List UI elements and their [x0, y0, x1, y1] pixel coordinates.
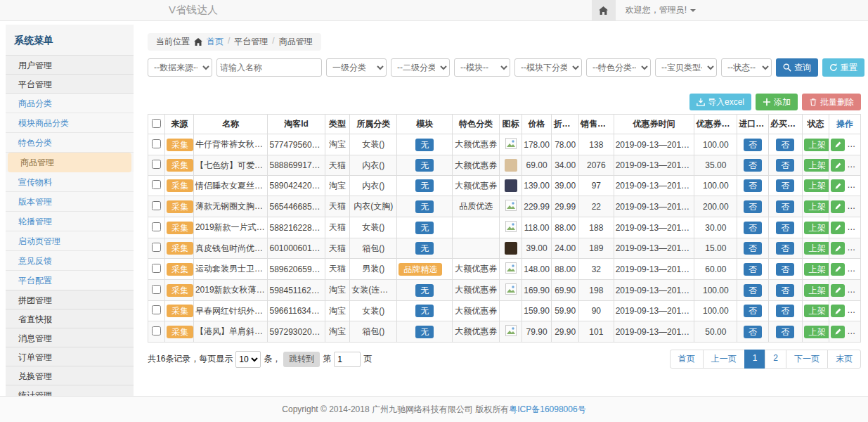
row-checkbox[interactable] [152, 180, 161, 189]
jump-page-input[interactable] [334, 352, 361, 367]
sidebar-item[interactable]: 启动页管理 [6, 231, 134, 251]
page-button[interactable]: 首页 [670, 350, 704, 369]
sidebar-item[interactable]: 商品管理 [8, 153, 131, 172]
must-buy-badge[interactable]: 否 [776, 179, 794, 192]
user-menu[interactable]: 欢迎您，管理员! [626, 4, 696, 16]
filter-select[interactable]: --模块-- [454, 58, 510, 77]
breadcrumb-item[interactable]: 商品管理 [279, 36, 313, 48]
sidebar-item[interactable]: 用户管理 [6, 55, 134, 75]
sidebar-item[interactable]: 模块商品分类 [6, 113, 134, 133]
sidebar-item[interactable]: 宣传物料 [6, 172, 134, 192]
must-buy-badge[interactable]: 否 [776, 159, 794, 172]
status-badge[interactable]: 上架 [804, 242, 829, 255]
must-buy-badge[interactable]: 否 [776, 326, 794, 338]
breadcrumb-home-link[interactable]: 首页 [207, 36, 224, 48]
imported-badge[interactable]: 否 [744, 326, 762, 338]
coupon-amount-cell: 100.00 [694, 301, 737, 321]
status-badge[interactable]: 上架 [804, 305, 829, 317]
must-buy-badge[interactable]: 否 [776, 222, 794, 234]
breadcrumb-item[interactable]: 平台管理 [234, 36, 268, 48]
products-table: 来源名称淘客Id类型所属分类模块特色分类图标价格折后价销售数量优惠券时间优惠券金… [148, 114, 861, 343]
must-buy-badge[interactable]: 否 [776, 242, 794, 255]
imported-badge[interactable]: 否 [744, 263, 762, 276]
sidebar-item[interactable]: 平台管理 [6, 74, 134, 94]
status-badge[interactable]: 上架 [804, 200, 829, 213]
jump-button[interactable]: 跳转到 [283, 352, 320, 367]
status-badge[interactable]: 上架 [804, 159, 829, 172]
edit-button[interactable] [831, 305, 845, 317]
sidebar-item[interactable]: 意见反馈 [6, 251, 134, 271]
filter-select[interactable]: --数据来源-- [148, 58, 212, 77]
row-checkbox[interactable] [152, 305, 161, 314]
row-checkbox[interactable] [152, 243, 161, 252]
sidebar-item[interactable]: 版本管理 [6, 192, 134, 212]
edit-button[interactable] [831, 179, 845, 192]
sidebar-item[interactable]: 消息管理 [6, 328, 134, 347]
edit-button[interactable] [831, 222, 845, 234]
sidebar-item[interactable]: 特色分类 [6, 133, 134, 153]
name-filter-input[interactable] [216, 58, 322, 77]
imported-badge[interactable]: 否 [744, 305, 762, 317]
home-button[interactable] [592, 0, 616, 21]
must-buy-badge[interactable]: 否 [776, 139, 794, 151]
status-badge[interactable]: 上架 [804, 263, 829, 276]
must-buy-badge[interactable]: 否 [776, 305, 794, 317]
row-checkbox[interactable] [152, 201, 161, 210]
reset-button[interactable]: 重置 [822, 58, 864, 77]
search-button[interactable]: 查询 [776, 58, 818, 77]
edit-button[interactable] [831, 284, 845, 297]
page-button[interactable]: 1 [744, 350, 766, 369]
sidebar-item[interactable]: 拼团管理 [6, 290, 134, 309]
filter-select[interactable]: --特色分类-- [586, 58, 651, 77]
must-buy-badge[interactable]: 否 [776, 263, 794, 276]
status-badge[interactable]: 上架 [804, 179, 829, 192]
imported-badge[interactable]: 否 [744, 159, 762, 172]
filter-select[interactable]: --宝贝类型-- [655, 58, 717, 77]
row-checkbox[interactable] [152, 139, 161, 148]
sidebar-item[interactable]: 省直快报 [6, 309, 134, 328]
imported-badge[interactable]: 否 [744, 284, 762, 297]
sidebar-item[interactable]: 平台配置 [6, 271, 134, 290]
add-button[interactable]: 添加 [756, 94, 798, 110]
edit-button[interactable] [831, 159, 845, 172]
must-buy-badge[interactable]: 否 [776, 200, 794, 213]
status-badge[interactable]: 上架 [804, 326, 829, 338]
row-checkbox[interactable] [152, 285, 161, 294]
row-checkbox[interactable] [152, 222, 161, 231]
page-button[interactable]: 上一页 [703, 350, 745, 369]
page-button[interactable]: 下一页 [786, 350, 828, 369]
page-button[interactable]: 末页 [827, 350, 861, 369]
edit-button[interactable] [831, 200, 845, 213]
row-checkbox[interactable] [152, 326, 161, 335]
sidebar-item[interactable]: 兑换管理 [6, 366, 134, 385]
per-page-select[interactable]: 10 [235, 351, 261, 368]
imported-badge[interactable]: 否 [744, 139, 762, 151]
coupon-time-cell: 2019-09-13—2019-09-18 [614, 321, 694, 343]
status-badge[interactable]: 上架 [804, 284, 829, 297]
select-all-checkbox[interactable] [152, 119, 161, 128]
edit-button[interactable] [831, 139, 845, 151]
sidebar-item[interactable]: 轮播管理 [6, 212, 134, 231]
status-badge[interactable]: 上架 [804, 222, 829, 234]
row-checkbox[interactable] [152, 264, 161, 273]
status-badge[interactable]: 上架 [804, 139, 829, 151]
sidebar-item[interactable]: 订单管理 [6, 347, 134, 366]
page-button[interactable]: 2 [765, 350, 786, 369]
row-checkbox[interactable] [152, 160, 161, 169]
filter-select[interactable]: 一级分类 [326, 58, 387, 77]
filter-select[interactable]: --二级分类-- [391, 58, 450, 77]
must-buy-badge[interactable]: 否 [776, 284, 794, 297]
edit-button[interactable] [831, 326, 845, 338]
filter-select[interactable]: --状态-- [721, 58, 772, 77]
imported-badge[interactable]: 否 [744, 222, 762, 234]
import-excel-button[interactable]: 导入excel [689, 94, 751, 110]
filter-select[interactable]: --模块下分类-- [514, 58, 582, 77]
imported-badge[interactable]: 否 [744, 242, 762, 255]
edit-button[interactable] [831, 263, 845, 276]
imported-badge[interactable]: 否 [744, 179, 762, 192]
sidebar-item[interactable]: 商品分类 [6, 94, 134, 113]
edit-button[interactable] [831, 242, 845, 255]
batch-delete-button[interactable]: 批量删除 [802, 94, 861, 110]
imported-badge[interactable]: 否 [744, 200, 762, 213]
icp-link[interactable]: 粤ICP备16098006号 [509, 404, 585, 416]
